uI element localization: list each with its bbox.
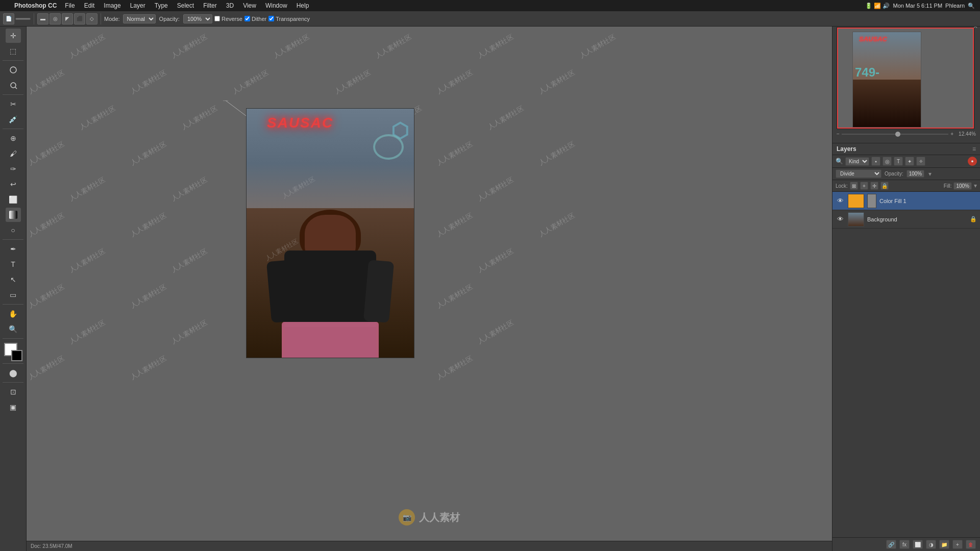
reverse-check[interactable]: Reverse (214, 16, 242, 22)
dither-label: Dither (252, 16, 266, 22)
type-tool[interactable]: T (6, 257, 21, 271)
tool-divider-4 (3, 239, 23, 240)
fx-icon[interactable]: fx (899, 540, 910, 549)
spot-heal-tool[interactable]: ⊕ (6, 131, 21, 145)
history-brush-tool[interactable]: ↩ (6, 177, 21, 191)
filter-type-icon[interactable]: T (894, 157, 903, 166)
blend-mode-select[interactable]: Divide (836, 169, 881, 178)
layer-visibility-toggle-1[interactable]: 👁 (836, 215, 845, 224)
lock-position-icon[interactable]: ✛ (870, 182, 878, 190)
layers-panel-menu[interactable]: ≡ (972, 145, 976, 153)
filter-adjust-icon[interactable]: ◎ (883, 157, 892, 166)
new-group-icon[interactable]: 📁 (939, 540, 949, 549)
layer-name-1: Background (867, 216, 967, 222)
diamond-gradient-btn[interactable]: ◇ (86, 13, 97, 24)
gradient-tool[interactable] (6, 208, 21, 222)
lock-all-icon[interactable]: 🔒 (880, 182, 889, 190)
eraser-tool[interactable]: ⬜ (6, 192, 21, 207)
menu-file[interactable]: File (61, 1, 79, 10)
new-doc-btn[interactable]: 📄 (3, 13, 14, 24)
marquee-tool[interactable]: ⬚ (6, 44, 21, 58)
layer-row-background[interactable]: 👁 Background 🔒 (832, 210, 980, 229)
dither-checkbox[interactable] (244, 16, 250, 21)
filter-toggle-btn[interactable]: ● (968, 157, 977, 166)
layers-blend-row: Divide Opacity: 100% ▾ (832, 168, 980, 180)
zoom-tool[interactable]: 🔍 (6, 322, 21, 336)
menu-bar: Photoshop CC File Edit Image Layer Type … (0, 0, 980, 11)
quick-select-tool[interactable] (6, 78, 21, 92)
menu-type[interactable]: Type (151, 1, 172, 10)
preset-picker[interactable] (15, 18, 31, 20)
artboard-tool[interactable]: ▣ (6, 400, 21, 414)
bottom-watermark: 📷 人人素材 (399, 509, 460, 525)
layers-filter-select[interactable]: Kind (845, 157, 869, 166)
menu-window[interactable]: Window (261, 1, 291, 10)
menu-items: File Edit Image Layer Type Select Filter… (61, 1, 313, 10)
zoom-out-icon[interactable]: − (837, 131, 840, 137)
fill-section: Fill: 100% ▾ (944, 182, 977, 190)
lasso-tool[interactable] (6, 63, 21, 77)
hand-tool[interactable]: ✋ (6, 307, 21, 321)
opacity-label: Opacity: (159, 16, 180, 22)
datetime: Mon Mar 5 6:11 PM (893, 3, 942, 9)
transparency-check[interactable]: Transparency (268, 16, 310, 22)
menu-select[interactable]: Select (173, 1, 198, 10)
menu-view[interactable]: View (239, 1, 260, 10)
quick-mask-mode[interactable]: ⬤ (6, 366, 21, 380)
menu-help[interactable]: Help (292, 1, 313, 10)
zoom-slider-thumb[interactable] (895, 132, 900, 137)
layer-visibility-toggle-0[interactable]: 👁 (836, 196, 845, 206)
transparency-checkbox[interactable] (268, 16, 274, 21)
crop-tool[interactable]: ✂ (6, 97, 21, 111)
lock-image-icon[interactable]: + (860, 182, 868, 190)
navigator-content: SAUSAC 749- − + 12.44% ✕ (832, 23, 980, 143)
status-bar: Doc: 23.5M/47.0M (27, 541, 832, 551)
dodge-tool[interactable]: ○ (6, 223, 21, 237)
search-icon[interactable]: 🔍 (968, 3, 975, 9)
add-mask-icon[interactable]: ⬜ (913, 540, 923, 549)
opacity-chevron[interactable]: ▾ (928, 170, 932, 178)
canvas-area: 人人素材社区 人人素材社区 人人素材社区 人人素材社区 人人素材社区 人人素材社… (27, 27, 832, 541)
new-adjustment-icon[interactable]: ◑ (926, 540, 936, 549)
brush-tool[interactable]: 🖌 (6, 146, 21, 161)
eyedropper-tool[interactable]: 💉 (6, 112, 21, 127)
menu-filter[interactable]: Filter (199, 1, 221, 10)
move-tool[interactable]: ✛ (6, 29, 21, 43)
reflected-gradient-btn[interactable]: ⬛ (74, 13, 85, 24)
new-layer-icon[interactable]: + (952, 540, 963, 549)
linear-gradient-btn[interactable]: ▬ (37, 13, 48, 24)
tool-divider-7 (3, 363, 23, 364)
fill-value[interactable]: 100% (953, 182, 972, 190)
layer-row-color-fill[interactable]: 👁 Color Fill 1 (832, 192, 980, 210)
link-layers-icon[interactable]: 🔗 (886, 540, 896, 549)
lock-transparent-icon[interactable]: ⊠ (850, 182, 858, 190)
angle-gradient-btn[interactable]: ◤ (62, 13, 73, 24)
zoom-in-icon[interactable]: + (950, 131, 953, 137)
radial-gradient-btn[interactable]: ◎ (50, 13, 61, 24)
lock-label: Lock: (836, 183, 848, 189)
screen-mode[interactable]: ⊡ (6, 385, 21, 399)
clone-tool[interactable]: ✑ (6, 162, 21, 176)
shape-tool[interactable]: ▭ (6, 288, 21, 302)
filter-shape-icon[interactable]: ✦ (905, 157, 914, 166)
app-name: Photoshop CC (10, 2, 61, 9)
reverse-checkbox[interactable] (214, 16, 220, 21)
filter-pixel-icon[interactable]: ▪ (871, 157, 880, 166)
delete-layer-icon[interactable]: 🗑 (966, 540, 976, 549)
pen-tool[interactable]: ✒ (6, 242, 21, 256)
background-color[interactable] (11, 350, 22, 361)
menu-image[interactable]: Image (100, 1, 125, 10)
opacity-select[interactable]: 100% (183, 14, 212, 23)
opacity-value[interactable]: 100% (906, 170, 925, 178)
color-swatches[interactable] (4, 343, 22, 361)
menu-layer[interactable]: Layer (126, 1, 150, 10)
menu-3d[interactable]: 3D (222, 1, 238, 10)
tool-divider-2 (3, 94, 23, 95)
filter-smart-icon[interactable]: ⟡ (916, 157, 925, 166)
path-select-tool[interactable]: ↖ (6, 272, 21, 287)
dither-check[interactable]: Dither (244, 16, 266, 22)
mode-select[interactable]: Normal (123, 14, 156, 23)
fill-chevron[interactable]: ▾ (974, 182, 977, 189)
zoom-slider[interactable] (842, 134, 948, 135)
menu-edit[interactable]: Edit (80, 1, 99, 10)
